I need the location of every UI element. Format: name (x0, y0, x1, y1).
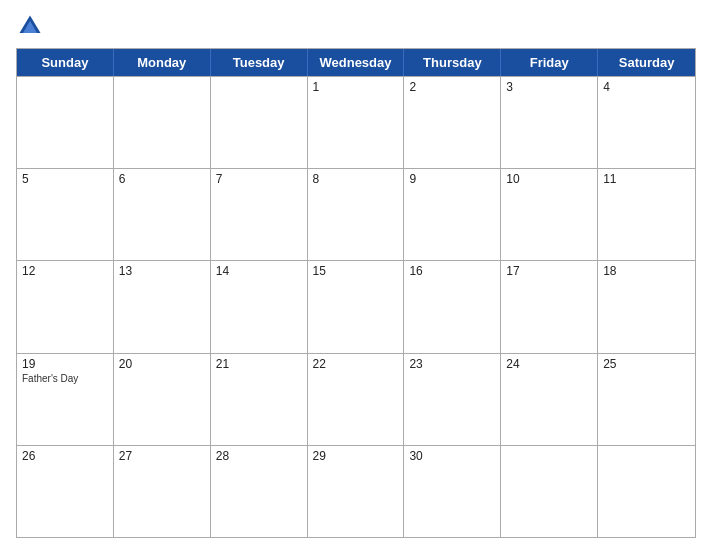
calendar-cell-w0d2 (211, 77, 308, 168)
calendar-cell-w4d3: 29 (308, 446, 405, 537)
day-number: 11 (603, 172, 690, 186)
calendar-cell-w1d0: 5 (17, 169, 114, 260)
day-number: 3 (506, 80, 592, 94)
weekday-header-saturday: Saturday (598, 49, 695, 76)
calendar-week-5: 2627282930 (17, 445, 695, 537)
calendar-cell-w2d5: 17 (501, 261, 598, 352)
calendar-cell-w1d5: 10 (501, 169, 598, 260)
weekday-header-friday: Friday (501, 49, 598, 76)
day-number: 7 (216, 172, 302, 186)
calendar-page: SundayMondayTuesdayWednesdayThursdayFrid… (0, 0, 712, 550)
day-number: 4 (603, 80, 690, 94)
day-number: 16 (409, 264, 495, 278)
day-number: 29 (313, 449, 399, 463)
calendar-cell-w3d3: 22 (308, 354, 405, 445)
calendar-cell-w4d4: 30 (404, 446, 501, 537)
day-number: 9 (409, 172, 495, 186)
calendar-grid: SundayMondayTuesdayWednesdayThursdayFrid… (16, 48, 696, 538)
calendar-cell-w2d3: 15 (308, 261, 405, 352)
day-number: 18 (603, 264, 690, 278)
day-number: 12 (22, 264, 108, 278)
day-number: 26 (22, 449, 108, 463)
logo (16, 12, 48, 40)
calendar-week-2: 567891011 (17, 168, 695, 260)
day-event: Father's Day (22, 373, 108, 384)
calendar-cell-w0d6: 4 (598, 77, 695, 168)
calendar-cell-w4d5 (501, 446, 598, 537)
day-number: 25 (603, 357, 690, 371)
day-number: 10 (506, 172, 592, 186)
calendar-cell-w3d4: 23 (404, 354, 501, 445)
day-number: 8 (313, 172, 399, 186)
calendar-cell-w3d6: 25 (598, 354, 695, 445)
day-number: 28 (216, 449, 302, 463)
day-number: 6 (119, 172, 205, 186)
day-number: 17 (506, 264, 592, 278)
day-number: 24 (506, 357, 592, 371)
weekday-header-sunday: Sunday (17, 49, 114, 76)
page-header (16, 12, 696, 40)
calendar-week-1: 1234 (17, 76, 695, 168)
weekday-header-tuesday: Tuesday (211, 49, 308, 76)
calendar-cell-w0d4: 2 (404, 77, 501, 168)
calendar-cell-w4d2: 28 (211, 446, 308, 537)
calendar-cell-w3d2: 21 (211, 354, 308, 445)
day-number: 19 (22, 357, 108, 371)
calendar-cell-w1d3: 8 (308, 169, 405, 260)
calendar-week-3: 12131415161718 (17, 260, 695, 352)
weekday-header-row: SundayMondayTuesdayWednesdayThursdayFrid… (17, 49, 695, 76)
calendar-cell-w4d6 (598, 446, 695, 537)
calendar-cell-w2d1: 13 (114, 261, 211, 352)
generalblue-logo-icon (16, 12, 44, 40)
calendar-cell-w2d0: 12 (17, 261, 114, 352)
day-number: 5 (22, 172, 108, 186)
day-number: 2 (409, 80, 495, 94)
calendar-cell-w0d5: 3 (501, 77, 598, 168)
weekday-header-wednesday: Wednesday (308, 49, 405, 76)
calendar-cell-w3d5: 24 (501, 354, 598, 445)
calendar-week-4: 19Father's Day202122232425 (17, 353, 695, 445)
day-number: 15 (313, 264, 399, 278)
day-number: 22 (313, 357, 399, 371)
calendar-cell-w1d4: 9 (404, 169, 501, 260)
day-number: 1 (313, 80, 399, 94)
day-number: 14 (216, 264, 302, 278)
calendar-cell-w1d2: 7 (211, 169, 308, 260)
day-number: 13 (119, 264, 205, 278)
calendar-cell-w4d0: 26 (17, 446, 114, 537)
calendar-cell-w3d1: 20 (114, 354, 211, 445)
calendar-cell-w0d0 (17, 77, 114, 168)
calendar-cell-w2d2: 14 (211, 261, 308, 352)
weekday-header-thursday: Thursday (404, 49, 501, 76)
calendar-cell-w0d1 (114, 77, 211, 168)
calendar-cell-w4d1: 27 (114, 446, 211, 537)
day-number: 27 (119, 449, 205, 463)
weekday-header-monday: Monday (114, 49, 211, 76)
calendar-cell-w2d6: 18 (598, 261, 695, 352)
day-number: 23 (409, 357, 495, 371)
day-number: 21 (216, 357, 302, 371)
day-number: 20 (119, 357, 205, 371)
calendar-body: 12345678910111213141516171819Father's Da… (17, 76, 695, 537)
calendar-cell-w0d3: 1 (308, 77, 405, 168)
calendar-cell-w3d0: 19Father's Day (17, 354, 114, 445)
calendar-cell-w1d6: 11 (598, 169, 695, 260)
calendar-cell-w2d4: 16 (404, 261, 501, 352)
day-number: 30 (409, 449, 495, 463)
calendar-cell-w1d1: 6 (114, 169, 211, 260)
